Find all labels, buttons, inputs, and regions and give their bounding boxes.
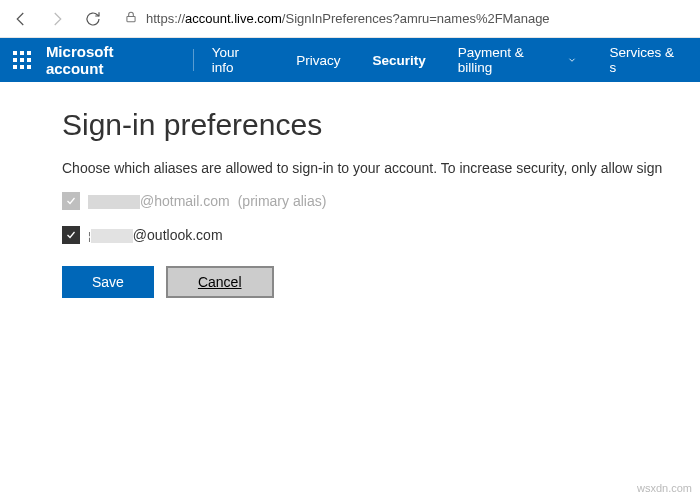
alias-row-primary: @hotmail.com (primary alias) [62,192,700,210]
watermark: wsxdn.com [637,482,692,494]
svg-rect-1 [13,51,17,55]
alias-suffix: (primary alias) [238,193,327,209]
svg-rect-2 [20,51,24,55]
alias-checkbox [62,192,80,210]
alias-checkbox[interactable] [62,226,80,244]
svg-rect-0 [127,16,135,21]
redacted-text [91,229,133,243]
back-button[interactable] [6,4,36,34]
app-launcher-icon[interactable] [0,38,44,82]
nav-your-info[interactable]: Your info [196,38,281,82]
page-description: Choose which aliases are allowed to sign… [62,160,700,176]
svg-rect-6 [27,58,31,62]
alias-row: ¦@outlook.com [62,226,700,244]
brand-title[interactable]: Microsoft account [44,43,193,77]
nav-payment[interactable]: Payment & billing [442,38,594,82]
refresh-button[interactable] [78,4,108,34]
forward-button[interactable] [42,4,72,34]
nav-privacy[interactable]: Privacy [280,38,356,82]
redacted-text [88,195,140,209]
svg-rect-8 [20,65,24,69]
svg-rect-3 [27,51,31,55]
svg-rect-9 [27,65,31,69]
svg-rect-5 [20,58,24,62]
nav-services[interactable]: Services & s [593,38,700,82]
save-button[interactable]: Save [62,266,154,298]
address-bar[interactable]: https://account.live.com/SignInPreferenc… [114,10,694,28]
svg-rect-4 [13,58,17,62]
nav-separator [193,49,194,71]
page-title: Sign-in preferences [62,108,700,142]
chevron-down-icon [567,53,577,68]
alias-email: ¦@outlook.com [88,227,223,243]
nav-security[interactable]: Security [356,38,441,82]
svg-rect-7 [13,65,17,69]
url-text: https://account.live.com/SignInPreferenc… [146,11,550,26]
alias-email: @hotmail.com [88,193,230,209]
lock-icon [124,10,138,28]
cancel-button[interactable]: Cancel [166,266,274,298]
